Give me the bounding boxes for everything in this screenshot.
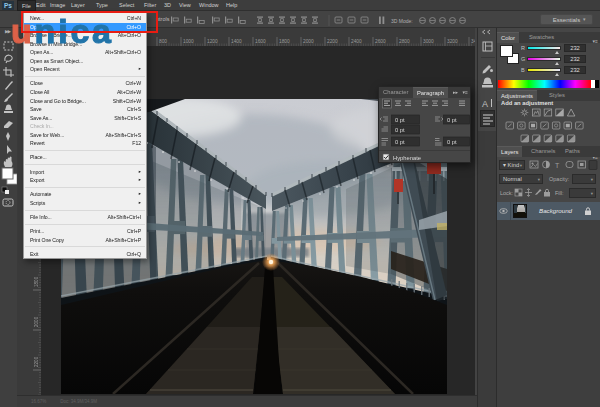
svg-text:0 pt: 0 pt: [447, 117, 457, 123]
svg-text:2000: 2000: [34, 316, 39, 327]
svg-text:Hyphenate: Hyphenate: [393, 155, 421, 161]
svg-text:1800: 1800: [279, 39, 290, 44]
svg-text:1000: 1000: [183, 39, 194, 44]
svg-text:1800: 1800: [34, 276, 39, 287]
svg-text:0 pt: 0 pt: [395, 127, 405, 133]
svg-text:2000: 2000: [303, 39, 314, 44]
svg-text:0 pt: 0 pt: [395, 117, 405, 123]
svg-text:2400: 2400: [351, 39, 362, 44]
svg-text:2200: 2200: [327, 39, 338, 44]
svg-text:2600: 2600: [375, 39, 386, 44]
svg-text:0 pt: 0 pt: [395, 139, 405, 145]
svg-text:3400: 3400: [471, 39, 475, 44]
svg-text:1600: 1600: [255, 39, 266, 44]
svg-text:T: T: [555, 162, 560, 169]
svg-text:1200: 1200: [207, 39, 218, 44]
svg-text:800: 800: [159, 39, 167, 44]
svg-text:1400: 1400: [231, 39, 242, 44]
svg-text:2200: 2200: [34, 356, 39, 367]
svg-text:3000: 3000: [423, 39, 434, 44]
svg-text:3D Mode:: 3D Mode:: [391, 18, 413, 24]
svg-text:A: A: [482, 99, 488, 109]
svg-text:0 pt: 0 pt: [447, 139, 457, 145]
svg-text:2800: 2800: [399, 39, 410, 44]
svg-text:3200: 3200: [447, 39, 458, 44]
